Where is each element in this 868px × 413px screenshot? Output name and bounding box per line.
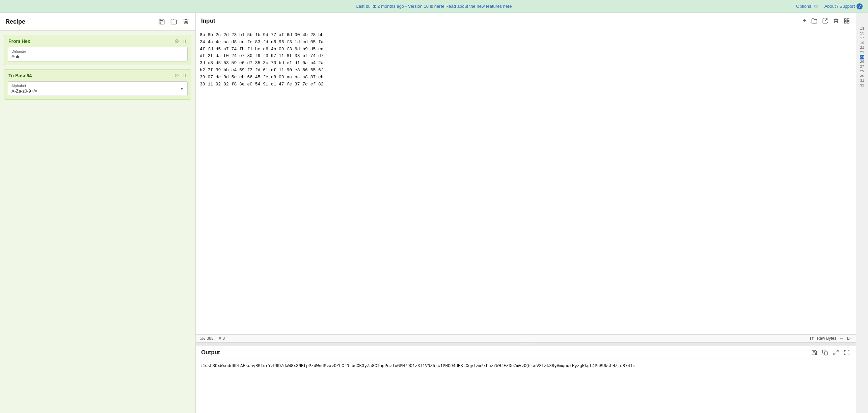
folder-icon — [170, 18, 177, 25]
delimiter-value[interactable]: Auto — [11, 54, 184, 59]
line-number-24: 24 — [860, 55, 864, 59]
add-input-button[interactable]: + — [802, 16, 807, 25]
svg-line-0 — [825, 19, 827, 21]
alphabet-label: Alphabet — [11, 84, 37, 88]
recipe-body: From Hex ⊘ ⏸ Delimiter Auto To Base64 — [0, 31, 195, 413]
options-label: Options — [796, 4, 811, 9]
expand-output-button[interactable] — [832, 349, 840, 356]
line-number-15: 15 — [860, 31, 864, 36]
delimiter-label: Delimiter — [11, 49, 184, 53]
input-section: Input + — [196, 13, 856, 343]
line-number-32: 32 — [860, 83, 864, 88]
folder-open-icon — [811, 18, 817, 24]
top-banner: Last build: 2 months ago - Version 10 is… — [0, 0, 868, 13]
clear-input-button[interactable] — [832, 17, 840, 25]
about-label: About / Support — [824, 4, 855, 9]
svg-rect-3 — [844, 21, 846, 23]
resize-divider[interactable] — [196, 343, 856, 345]
from-hex-title: From Hex — [8, 38, 30, 44]
svg-line-7 — [834, 353, 835, 355]
recipe-panel: Recipe — [0, 13, 196, 413]
input-toolbar: + — [802, 16, 850, 25]
clear-recipe-button[interactable] — [182, 18, 190, 26]
import-input-button[interactable] — [821, 17, 829, 25]
lines-icon: ≡ — [219, 336, 221, 341]
open-recipe-button[interactable] — [170, 18, 178, 26]
output-header: Output — [196, 345, 856, 360]
svg-rect-2 — [847, 19, 849, 20]
recipe-title: Recipe — [5, 18, 25, 25]
to-base64-header: To Base64 ⊘ ⏸ — [4, 70, 191, 81]
from-hex-body: Delimiter Auto — [4, 47, 191, 65]
svg-rect-1 — [844, 19, 846, 20]
import-icon — [822, 18, 828, 24]
save-output-button[interactable] — [811, 349, 818, 356]
from-hex-controls: ⊘ ⏸ — [174, 38, 187, 44]
to-base64-controls: ⊘ ⏸ — [174, 72, 187, 79]
line-numbers: 13151719212324262729303132 — [860, 26, 864, 88]
disable-to-base64-button[interactable]: ⊘ — [174, 72, 179, 79]
from-hex-header: From Hex ⊘ ⏸ — [4, 35, 191, 47]
line-ending-value[interactable]: LF — [847, 336, 852, 341]
grid-icon — [844, 18, 850, 24]
line-number-31: 31 — [860, 78, 864, 83]
output-toolbar — [811, 349, 850, 356]
input-statusbar: abc 383 ≡ 8 Tт Raw Bytes ← LF — [196, 334, 856, 342]
output-content[interactable]: i4ssLSOxWxudd69tAEsouyRKTqrYzP6D/daW8x3N… — [196, 360, 856, 413]
save-output-icon — [811, 350, 817, 356]
encoding-value[interactable]: Raw Bytes — [817, 336, 836, 341]
fullscreen-icon — [844, 350, 850, 356]
line-count: ≡ 8 — [219, 336, 225, 341]
question-icon: ? — [857, 3, 863, 9]
line-count-value: 8 — [223, 336, 225, 341]
tabs-input-button[interactable] — [843, 17, 850, 25]
alphabet-value: A-Za-z0-9+/= — [11, 88, 37, 94]
line-number-17: 17 — [860, 36, 864, 41]
to-base64-body: Alphabet A-Za-z0-9+/= ▼ — [4, 81, 191, 99]
gear-icon: ⚙ — [813, 3, 819, 9]
recipe-toolbar — [158, 18, 190, 26]
trash-icon — [183, 18, 189, 25]
line-number-19: 19 — [860, 41, 864, 45]
copy-icon — [822, 350, 828, 356]
line-number-13: 13 — [860, 26, 864, 31]
input-title: Input — [201, 18, 215, 24]
pause-to-base64-button[interactable]: ⏸ — [182, 73, 187, 78]
input-header: Input + — [196, 13, 856, 29]
from-hex-operation: From Hex ⊘ ⏸ Delimiter Auto — [4, 35, 191, 65]
line-number-29: 29 — [860, 69, 864, 74]
arrow-icon: ← — [840, 336, 844, 341]
save-recipe-button[interactable] — [158, 18, 166, 26]
fullscreen-output-button[interactable] — [843, 349, 850, 356]
alphabet-field[interactable]: Alphabet A-Za-z0-9+/= ▼ — [8, 81, 188, 96]
line-number-23: 23 — [860, 50, 864, 55]
to-base64-operation: To Base64 ⊘ ⏸ Alphabet A-Za-z0-9+/= ▼ — [4, 69, 191, 100]
line-number-26: 26 — [860, 59, 864, 64]
line-number-27: 27 — [860, 64, 864, 69]
recipe-header: Recipe — [0, 13, 195, 31]
options-button[interactable]: Options ⚙ — [796, 3, 819, 9]
save-icon — [158, 18, 165, 25]
right-panel: Input + — [196, 13, 856, 413]
input-content[interactable]: 8b 8b 2c 2d 23 b1 5b 1b 9d 77 af 6d 00 4… — [196, 29, 856, 334]
statusbar-right: Tт Raw Bytes ← LF — [809, 336, 852, 341]
copy-output-button[interactable] — [821, 349, 829, 356]
output-title: Output — [201, 349, 220, 356]
output-section: Output — [196, 345, 856, 413]
about-support-button[interactable]: About / Support ? — [824, 3, 863, 9]
banner-text: Last build: 2 months ago - Version 10 is… — [356, 4, 512, 9]
pause-from-hex-button[interactable]: ⏸ — [182, 38, 187, 44]
open-input-button[interactable] — [811, 17, 818, 25]
svg-line-6 — [837, 350, 838, 352]
alphabet-dropdown-icon[interactable]: ▼ — [180, 86, 184, 91]
line-number-sidebar: 13151719212324262729303132 — [856, 13, 868, 413]
line-number-30: 30 — [860, 74, 864, 78]
disable-from-hex-button[interactable]: ⊘ — [174, 38, 179, 44]
char-count: abc 383 — [200, 336, 214, 341]
delimiter-field: Delimiter Auto — [8, 47, 188, 61]
divider-handle — [519, 344, 533, 345]
svg-rect-5 — [824, 352, 828, 355]
abc-icon: abc — [200, 336, 206, 340]
statusbar-left: abc 383 ≡ 8 — [200, 336, 225, 341]
trash-input-icon — [833, 18, 839, 24]
